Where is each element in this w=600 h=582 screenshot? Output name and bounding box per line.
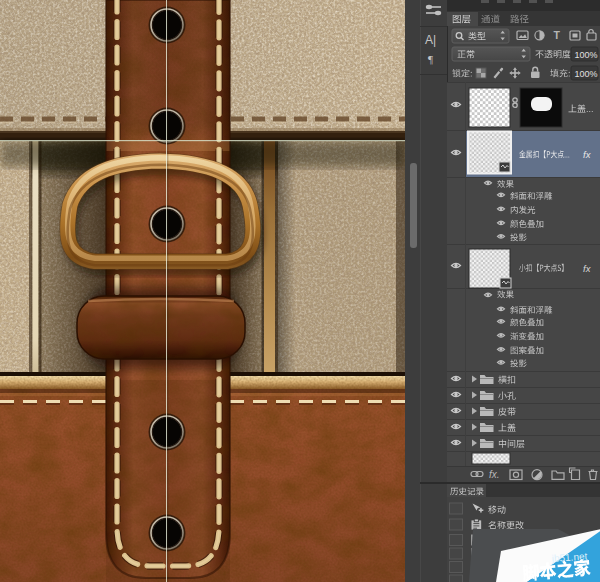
svg-text:fx: fx (583, 263, 592, 274)
svg-text:fx: fx (583, 149, 592, 160)
svg-text:T: T (554, 29, 561, 41)
svg-text:100%: 100% (575, 50, 598, 60)
svg-text:fx.: fx. (489, 469, 500, 480)
svg-text:100%: 100% (575, 69, 598, 79)
